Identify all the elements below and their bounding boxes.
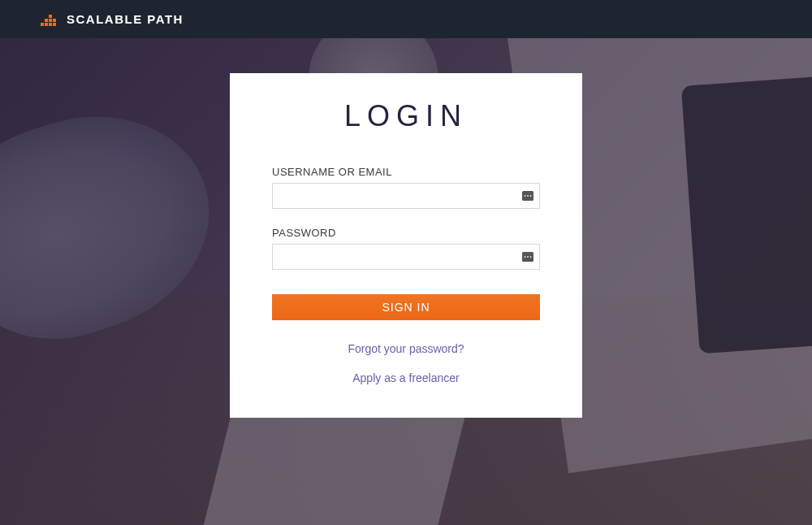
- forgot-password-link[interactable]: Forgot your password?: [348, 342, 464, 355]
- brand-name: SCALABLE PATH: [67, 12, 184, 26]
- credential-icon[interactable]: [522, 190, 533, 202]
- signin-button[interactable]: SIGN IN: [272, 294, 540, 320]
- svg-rect-0: [41, 23, 44, 26]
- username-input[interactable]: [272, 183, 540, 209]
- app-header: SCALABLE PATH: [0, 0, 812, 38]
- password-field-group: PASSWORD: [272, 227, 540, 270]
- password-label: PASSWORD: [272, 227, 540, 239]
- svg-rect-6: [53, 23, 56, 26]
- svg-point-13: [525, 256, 526, 258]
- svg-rect-5: [49, 15, 52, 18]
- svg-rect-3: [49, 23, 52, 26]
- login-title: LOGIN: [272, 99, 540, 133]
- svg-point-9: [525, 195, 526, 197]
- password-input[interactable]: [272, 244, 540, 270]
- svg-rect-1: [45, 23, 48, 26]
- brand-logo-group[interactable]: SCALABLE PATH: [41, 11, 184, 28]
- username-label: USERNAME OR EMAIL: [272, 166, 540, 178]
- svg-rect-2: [45, 19, 48, 22]
- svg-rect-7: [53, 19, 56, 22]
- svg-rect-4: [49, 19, 52, 22]
- svg-point-14: [527, 256, 529, 258]
- login-card: LOGIN USERNAME OR EMAIL PASSWORD: [230, 73, 582, 418]
- svg-point-15: [530, 256, 532, 258]
- svg-point-11: [530, 195, 532, 197]
- brand-logo-icon: [41, 11, 57, 28]
- username-field-group: USERNAME OR EMAIL: [272, 166, 540, 209]
- apply-freelancer-link[interactable]: Apply as a freelancer: [352, 371, 460, 384]
- svg-point-10: [527, 195, 529, 197]
- credential-icon[interactable]: [522, 251, 533, 262]
